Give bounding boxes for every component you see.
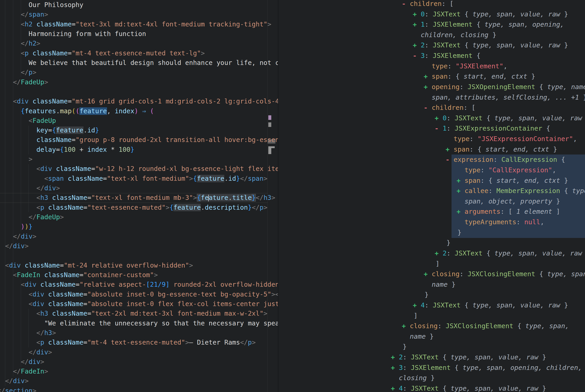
- code-line[interactable]: </FadeUp>: [0, 212, 64, 222]
- ast-node-row[interactable]: +closing: JSXClosingElement { type, span…: [432, 269, 585, 280]
- ast-node-row[interactable]: +callee: MemberExpression { type,: [465, 186, 585, 196]
- ast-node-row[interactable]: typeArguments: null,: [465, 217, 544, 228]
- ast-node-row[interactable]: +closing: JSXClosingElement { type, span…: [410, 321, 569, 332]
- code-line[interactable]: key={feature.id}: [0, 126, 99, 135]
- code-line[interactable]: <span className="text-xl font-medium">{f…: [0, 174, 267, 184]
- code-line[interactable]: >: [0, 154, 32, 164]
- code-line[interactable]: We believe that beautiful design should …: [0, 58, 278, 68]
- code-line[interactable]: delay={100 + index * 100}: [0, 145, 134, 154]
- code-line[interactable]: Harmonizing form with function: [0, 29, 146, 39]
- ast-node-row[interactable]: +1: JSXElement { type, span, opening,: [421, 19, 564, 30]
- expand-icon[interactable]: +: [424, 269, 428, 280]
- ast-node-row[interactable]: ]: [414, 311, 418, 321]
- code-line[interactable]: "We eliminate the unnecessary so that th…: [0, 318, 278, 328]
- expand-icon[interactable]: +: [391, 362, 395, 373]
- expand-icon[interactable]: +: [435, 248, 439, 259]
- code-line[interactable]: ))}: [0, 222, 32, 232]
- ast-node-row[interactable]: children, closing }: [421, 30, 496, 40]
- ast-node-row[interactable]: +0: JSXText { type, span, value, raw }: [443, 113, 585, 124]
- code-line[interactable]: </div>: [0, 232, 37, 241]
- code-line[interactable]: </span>: [0, 10, 48, 19]
- code-line[interactable]: <FadeUp: [0, 116, 56, 126]
- code-line[interactable]: </div>: [0, 357, 44, 367]
- ast-node-row[interactable]: -1: JSXExpressionContainer {: [443, 123, 550, 134]
- code-line[interactable]: className="group p-8 rounded-2xl transit…: [0, 135, 278, 145]
- collapse-icon[interactable]: -: [446, 154, 449, 165]
- code-line[interactable]: <p className="mt-4 text-essence-muted te…: [0, 48, 205, 58]
- code-editor-pane[interactable]: Our Philosophy </span> <h2 className="te…: [0, 0, 278, 392]
- code-line[interactable]: <div className="mt-24 relative overflow-…: [0, 261, 193, 270]
- ast-node-row[interactable]: -children: [: [432, 102, 475, 113]
- ast-node-row[interactable]: closing }: [399, 373, 435, 383]
- ast-node-row[interactable]: }: [457, 228, 461, 238]
- collapse-icon[interactable]: -: [424, 102, 428, 113]
- expand-icon[interactable]: +: [435, 113, 439, 124]
- ast-node-row[interactable]: type: "JSXExpressionContainer",: [454, 134, 577, 144]
- ast-node-row[interactable]: ]: [436, 259, 439, 269]
- code-line[interactable]: {features.map((feature, index) ⇒ (: [0, 106, 154, 116]
- code-line[interactable]: </h2>: [0, 39, 40, 48]
- code-line[interactable]: <h3 className="text-2xl md:text-3xl font…: [0, 309, 267, 318]
- expand-icon[interactable]: +: [413, 300, 417, 311]
- code-line[interactable]: <div className="absolute inset-0 flex fl…: [0, 299, 278, 309]
- ast-node-row[interactable]: -expression: CallExpression {: [454, 154, 565, 165]
- expand-icon[interactable]: +: [413, 40, 417, 50]
- expand-icon[interactable]: +: [402, 321, 406, 332]
- code-line[interactable]: </div>: [0, 241, 29, 251]
- ast-node-row[interactable]: type: "CallExpression",: [465, 165, 556, 176]
- code-line[interactable]: <p className="mt-4 text-essence-muted">—…: [0, 338, 256, 347]
- ast-tree-pane[interactable]: -children: [+0: JSXText { type, span, va…: [278, 0, 585, 392]
- collapse-icon[interactable]: -: [413, 50, 417, 61]
- code-line[interactable]: <div className="w-12 h-12 rounded-xl bg-…: [0, 164, 278, 174]
- collapse-icon[interactable]: -: [435, 123, 439, 134]
- code-line[interactable]: </h3>: [0, 328, 56, 338]
- ast-node-row[interactable]: +2: JSXText { type, span, value, raw }: [443, 248, 585, 259]
- expand-icon[interactable]: +: [413, 9, 417, 20]
- ast-node-row[interactable]: -3: JSXElement {: [421, 50, 480, 61]
- ast-node-row[interactable]: +2: JSXText { type, span, value, raw }: [399, 352, 546, 362]
- ast-node-row[interactable]: +span: { start, end, ctxt }: [454, 144, 557, 155]
- code-line[interactable]: Our Philosophy: [0, 0, 84, 10]
- ast-node-row[interactable]: span, attributes, selfClosing, ... +1 }: [432, 92, 585, 103]
- ast-node-row[interactable]: }: [447, 238, 450, 248]
- ast-node-row[interactable]: type: "JSXElement",: [432, 61, 507, 72]
- ast-node-row[interactable]: name }: [410, 332, 434, 342]
- expand-icon[interactable]: +: [457, 206, 460, 217]
- code-line[interactable]: </section>: [0, 386, 37, 392]
- ast-node-row[interactable]: -children: [: [410, 0, 454, 9]
- code-line[interactable]: </p>: [0, 68, 37, 77]
- ast-node-row[interactable]: }: [403, 342, 407, 352]
- code-line[interactable]: </div>: [0, 184, 60, 193]
- expand-icon[interactable]: +: [413, 19, 417, 30]
- expand-icon[interactable]: +: [457, 186, 460, 196]
- expand-icon[interactable]: +: [391, 383, 395, 392]
- panel-divider[interactable]: [278, 0, 278, 392]
- code-line[interactable]: <div className="relative aspect-[21/9] r…: [0, 280, 278, 290]
- ast-node-row[interactable]: +2: JSXText { type, span, value, raw }: [421, 40, 568, 50]
- code-line[interactable]: </FadeUp>: [0, 78, 48, 87]
- code-line[interactable]: </FadeIn>: [0, 367, 48, 376]
- code-line[interactable]: </div>: [0, 348, 52, 357]
- expand-icon[interactable]: +: [457, 176, 460, 186]
- expand-icon[interactable]: +: [391, 352, 395, 362]
- code-line-current[interactable]: <h3 className="text-xl font-medium mb-3"…: [0, 193, 268, 202]
- code-line[interactable]: <FadeIn className="container-custom">: [0, 270, 158, 280]
- ast-node-row[interactable]: +0: JSXText { type, span, value, raw }: [421, 9, 568, 20]
- ast-node-row[interactable]: +4: JSXText { type, span, value, raw }: [421, 300, 568, 311]
- collapse-icon[interactable]: -: [402, 0, 406, 9]
- code-line[interactable]: </div>: [0, 376, 29, 386]
- expand-icon[interactable]: +: [424, 71, 428, 82]
- expand-icon[interactable]: +: [424, 82, 428, 92]
- code-line[interactable]: <p className="text-essence-muted">{featu…: [0, 203, 267, 212]
- ast-node-row[interactable]: +arguments: [ 1 element ]: [465, 206, 560, 217]
- code-line[interactable]: <div className="absolute inset-0 bg-esse…: [0, 290, 278, 299]
- code-line[interactable]: <div className="mt-16 grid grid-cols-1 m…: [0, 97, 278, 106]
- ast-node-row[interactable]: +4: JSXText { type, span, value, raw }: [399, 383, 546, 392]
- ast-node-row[interactable]: +opening: JSXOpeningElement { type, name…: [432, 82, 585, 92]
- ast-node-row[interactable]: +3: JSXElement { type, span, opening, ch…: [399, 362, 582, 373]
- ast-node-row[interactable]: name }: [432, 280, 456, 290]
- ast-node-row[interactable]: +span: { start, end, ctxt }: [465, 176, 568, 186]
- code-line[interactable]: <h2 className="text-3xl md:text-4xl font…: [0, 20, 271, 29]
- expand-icon[interactable]: +: [446, 144, 449, 155]
- ast-node-row[interactable]: span, object, property }: [465, 196, 560, 207]
